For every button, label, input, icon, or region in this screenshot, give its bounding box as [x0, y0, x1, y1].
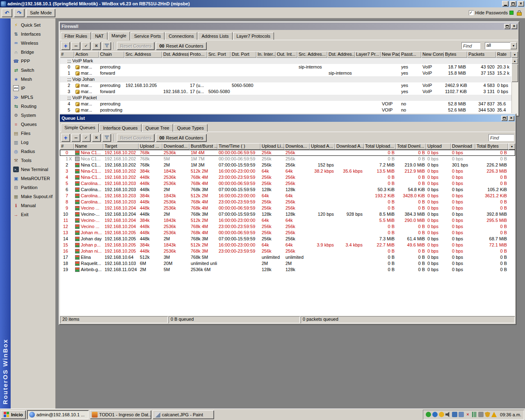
queue-column-download-a[interactable]: Download A...: [335, 143, 364, 150]
redo-button[interactable]: ↷: [14, 9, 25, 17]
reset-counters-button[interactable]: Reset Counters: [117, 42, 155, 50]
queue-column-download[interactable]: Download...: [162, 143, 189, 150]
minimize-button[interactable]: [502, 1, 509, 7]
sidebar-item-bridge[interactable]: ∩Bridge: [11, 48, 55, 57]
alert-icon[interactable]: [491, 412, 497, 417]
disable-queue-button[interactable]: ✖: [92, 134, 101, 142]
firewall-maximize-button[interactable]: [504, 24, 510, 29]
queue-row[interactable]: 3Nina-C1...192.168.10.202384k1843k512k 2…: [60, 168, 515, 174]
window-titlebar[interactable]: admin@192.168.10.1 (Springfield Mikrotik…: [0, 0, 525, 7]
remove-queue-button[interactable]: −: [71, 134, 80, 142]
queue-column-total-downl[interactable]: Total Downl...: [396, 143, 426, 150]
queue-close-button[interactable]: ×: [508, 116, 514, 121]
queue-tab-queue-tree[interactable]: Queue Tree: [142, 124, 173, 132]
firewall-tab-connections[interactable]: Connections: [165, 32, 197, 40]
queue-row[interactable]: 0Nina C1...192.168.10.202768k2536k1M 4M0…: [60, 150, 515, 156]
firewall-tab-address-lists[interactable]: Address Lists: [198, 32, 232, 40]
queue-column-burst-burst[interactable]: Burst/Burst ...: [189, 143, 217, 150]
queue-row[interactable]: 12Vecino ...192.168.10.204448k2536k768k …: [60, 224, 515, 230]
queue-row[interactable]: 1XNica C1...192.168.10.202768k5M1M 7M00:…: [60, 156, 515, 162]
task-button-todo1-ingreso-de-dat[interactable]: TODO1 - Ingreso de Dat...: [90, 410, 151, 419]
queue-row[interactable]: 8Carolina...192.168.10.203448k2536k768k …: [60, 199, 515, 205]
queue-column-total-upload[interactable]: Total Upload...: [364, 143, 396, 150]
firewall-column-num[interactable]: #: [60, 51, 74, 58]
queue-column-time-time[interactable]: Time/Time ( ): [217, 143, 260, 150]
firewall-column-action[interactable]: Action: [74, 51, 99, 58]
firewall-rule-row[interactable]: 2mar...prerouting192.168.10.20517 (u...5…: [60, 82, 518, 89]
disable-rule-button[interactable]: ✖: [92, 42, 101, 50]
sidebar-item-make-supout-rif[interactable]: ▦Make Supout.rif: [11, 192, 55, 201]
firewall-tab-service-ports[interactable]: Service Ports: [130, 32, 164, 40]
sidebar-item-mesh[interactable]: ∗Mesh: [11, 75, 55, 84]
meter-icon[interactable]: [472, 412, 477, 417]
queue-column-upload-li[interactable]: Upload Li...: [260, 143, 284, 150]
reset-all-counters-button[interactable]: 00Reset All Counters: [156, 42, 206, 50]
queue-column-upload[interactable]: Upload: [426, 143, 451, 150]
firewall-column-out-int[interactable]: Out. Int...: [276, 51, 297, 58]
queue-row[interactable]: 6Carolina...192.168.10.203448k2M768k 3M0…: [60, 187, 515, 193]
firewall-tab-nat[interactable]: NAT: [91, 32, 107, 40]
filter-button[interactable]: [102, 134, 111, 142]
queue-maximize-button[interactable]: [501, 116, 507, 121]
firewall-tab-layer7-protocols[interactable]: Layer7 Protocols: [233, 32, 274, 40]
sidebar-item-ip[interactable]: 255IP: [11, 84, 55, 93]
enable-rule-button[interactable]: ✔: [82, 42, 91, 50]
firewall-column-src-address[interactable]: Src. Address: [124, 51, 162, 58]
task-button-admin-192-168-10-1[interactable]: admin@192.168.10.1 ...: [27, 410, 89, 419]
taskbar-clock[interactable]: 09:36 a.m.: [500, 412, 521, 417]
firewall-column-rate[interactable]: Rate: [496, 51, 511, 58]
firewall-column-new-pac[interactable]: New Pac...: [381, 51, 400, 58]
task-button-calcanet-jpg-paint[interactable]: calcanet.JPG - Paint: [153, 410, 214, 419]
sidebar-item-new-terminal[interactable]: >_New Terminal: [11, 165, 55, 174]
firewall-vertical-scrollbar[interactable]: ▲: [511, 58, 518, 115]
firewall-column-select-button[interactable]: ▼: [511, 51, 518, 58]
firewall-column-dst-address[interactable]: Dst. Address: [162, 51, 189, 58]
queue-find-input[interactable]: [488, 134, 514, 141]
queue-column-select-button[interactable]: ▼: [509, 143, 515, 150]
close-button[interactable]: ×: [518, 1, 524, 7]
sidebar-item-exit[interactable]: →Exit: [11, 210, 55, 219]
queue-row[interactable]: 14Johan day192.168.10.205448k2M768k 3M07…: [60, 236, 515, 242]
firewall-find-input[interactable]: [461, 42, 480, 49]
sidebar-item-wireless[interactable]: ♒Wireless: [11, 39, 55, 48]
queue-row[interactable]: 11Vecino-...192.168.10.204384k1843k512k …: [60, 217, 515, 224]
queue-row[interactable]: 15Johan p...192.168.10.205384k1843k512k …: [60, 242, 515, 248]
firewall-column-layer7-pr[interactable]: Layer7 Pr...: [355, 51, 381, 58]
queue-tab-interface-queues[interactable]: Interface Queues: [99, 124, 141, 132]
firewall-titlebar[interactable]: Firewall ×: [60, 23, 518, 30]
sidebar-item-queues[interactable]: ≡Queues: [11, 120, 55, 129]
sidebar-item-metarouter[interactable]: ▣MetaROUTER: [11, 174, 55, 183]
start-button[interactable]: Inicio: [1, 410, 26, 419]
firewall-column-bytes[interactable]: Bytes: [444, 51, 467, 58]
volume-icon[interactable]: [445, 412, 451, 417]
status-icon[interactable]: [426, 412, 431, 417]
queue-list-titlebar[interactable]: Queue List ×: [60, 114, 515, 122]
queue-row[interactable]: 18Raquelit...192.168.10.1036M20Munlimite…: [60, 260, 515, 267]
chevron-down-icon[interactable]: ▼: [510, 42, 517, 49]
sidebar-item-quick-set[interactable]: ⚡Quick Set: [11, 21, 55, 30]
sidebar-item-routing[interactable]: ⇆Routing: [11, 102, 55, 111]
queue-row[interactable]: 19Airbnb-g...192.168.11.0/242M5M2536k 6M…: [60, 267, 515, 273]
maximize-button[interactable]: [510, 1, 516, 7]
sidebar-item-mpls[interactable]: ≫MPLS: [11, 93, 55, 102]
queue-column-upload-a[interactable]: Upload A...: [310, 143, 335, 150]
antivirus-icon[interactable]: [485, 412, 490, 417]
add-rule-button[interactable]: +: [61, 42, 70, 50]
display-icon[interactable]: [452, 412, 457, 417]
messenger-icon[interactable]: [432, 412, 438, 417]
hide-passwords-checkbox[interactable]: ✓: [469, 10, 474, 15]
queue-row[interactable]: 7Carolina...192.168.10.203384k1843k512k …: [60, 193, 515, 199]
sidebar-item-system[interactable]: ⚙System: [11, 111, 55, 120]
firewall-column-dst-addres[interactable]: Dst. Addres...: [327, 51, 355, 58]
queue-row[interactable]: 5Carolina...192.168.10.203448k2536k768k …: [60, 180, 515, 187]
queue-row[interactable]: 9Vecino ...192.168.10.204448k2536k768k 4…: [60, 205, 515, 211]
queue-list-window[interactable]: Queue List × Simple QueuesInterface Queu…: [59, 113, 516, 325]
sidebar-item-ppp[interactable]: ☎PPP: [11, 57, 55, 66]
update-icon[interactable]: [439, 412, 444, 417]
queue-column-total-bytes[interactable]: Total Bytes: [475, 143, 508, 150]
scrollbar-thumb[interactable]: [511, 64, 518, 82]
queue-row[interactable]: 16Johan ni...192.168.10.205448k2536k768k…: [60, 248, 515, 254]
queue-row[interactable]: 10Vecino-...192.168.10.204448k2M768k 3M0…: [60, 211, 515, 217]
sidebar-item-log[interactable]: ▥Log: [11, 138, 55, 147]
network-icon[interactable]: [459, 412, 464, 417]
